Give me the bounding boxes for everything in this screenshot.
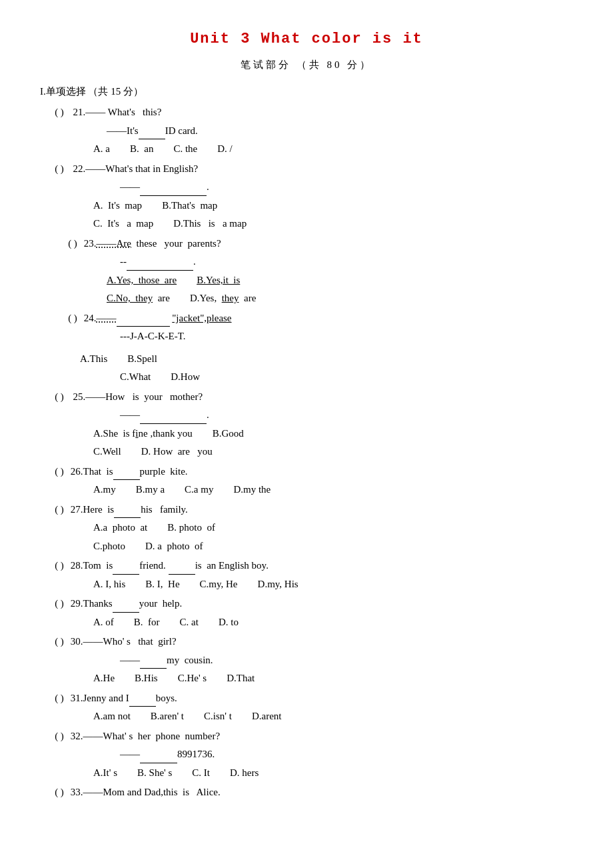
q23-optD: D.Yes, they are <box>190 290 256 307</box>
bracket-29: ( ) <box>53 595 65 613</box>
q25-optA: A.She is fine ,thank you <box>93 425 193 443</box>
q33-text: 33.——Mom and Dad,this is Alice. <box>68 784 221 801</box>
question-24: ( ) 24.—— "jacket",please ---J-A-C-K-E-T… <box>40 310 573 386</box>
question-31: ( ) 31.Jenny and Iboys. A.am not B.aren'… <box>40 690 573 725</box>
bracket-33: ( ) <box>53 784 65 801</box>
q28-optC: C.my, He <box>200 576 238 593</box>
q25-answer: ——. <box>120 407 209 424</box>
q32-optA: A.It' s <box>93 765 117 782</box>
q24-optD: D.How <box>171 369 200 386</box>
q28-optA: A. I, his <box>93 576 125 593</box>
bracket-31: ( ) <box>53 690 65 707</box>
question-28: ( ) 28.Tom isfriend. is an English boy. … <box>40 557 573 593</box>
q29-text: 29.Thanksyour help. <box>68 595 182 613</box>
q21-text: 21.—— What's this? <box>68 104 161 121</box>
bracket-22: ( ) <box>53 161 65 178</box>
q29-optC: C. at <box>180 614 199 631</box>
q26-optC: C.a my <box>185 481 213 499</box>
q27-optD: D. a photo of <box>145 538 203 555</box>
q23-answer: --. <box>120 253 196 271</box>
q22-optD: D.This is a map <box>173 215 247 233</box>
q21-optC: C. the <box>173 141 197 158</box>
q23-optC: C.No, they are <box>107 290 170 307</box>
q31-optC: C.isn' t <box>204 708 232 725</box>
q30-optA: A.He <box>93 670 115 687</box>
q29-optA: A. of <box>93 614 114 631</box>
q27-optC: C.photo <box>93 538 125 555</box>
q32-optB: B. She' s <box>137 765 172 782</box>
q30-optB: B.His <box>135 670 158 687</box>
bracket-27: ( ) <box>53 501 65 519</box>
q31-optA: A.am not <box>93 708 131 725</box>
q26-optD: D.my the <box>233 481 271 499</box>
q27-optB: B. photo of <box>167 519 215 537</box>
q25-optD: D. How are you <box>141 443 213 461</box>
question-32: ( ) 32.——What' s her phone number? ——899… <box>40 728 573 782</box>
question-29: ( ) 29.Thanksyour help. A. of B. for C. … <box>40 595 573 631</box>
question-26: ( ) 26.That ispurple kite. A.my B.my a C… <box>40 463 573 499</box>
subtitle: 笔试部分 （共 80 分） <box>40 57 573 74</box>
q26-optB: B.my a <box>136 481 165 499</box>
q27-text: 27.Here ishis family. <box>68 501 188 519</box>
question-27: ( ) 27.Here ishis family. A.a photo at B… <box>40 501 573 555</box>
question-21: ( ) 21.—— What's this? ——It'sID card. A.… <box>40 104 573 158</box>
bracket-21: ( ) <box>53 104 65 121</box>
question-25: ( ) 25.——How is your mother? ——. A.She i… <box>40 389 573 461</box>
bracket-30: ( ) <box>53 633 65 651</box>
q30-optD: D.That <box>227 670 255 687</box>
question-22: ( ) 22.——What's that in English? ——. A. … <box>40 161 573 233</box>
q30-optC: C.He' s <box>178 670 207 687</box>
q29-optD: D. to <box>219 614 239 631</box>
question-23: ( ) 23.——Are these your parents? --. A.Y… <box>40 235 573 307</box>
q21-optD: D. / <box>217 141 233 158</box>
q24-optB: B.Spell <box>127 351 157 368</box>
q32-optD: D. hers <box>230 765 259 782</box>
page-title: Unit 3 What color is it <box>40 27 573 51</box>
q21-optB: B. an <box>130 141 153 158</box>
q25-text: 25.——How is your mother? <box>68 389 203 406</box>
q23-text: 23.——Are these your parents? <box>81 235 221 253</box>
q30-text: 30.——Who' s that girl? <box>68 633 177 651</box>
bracket-32: ( ) <box>53 728 65 745</box>
q28-optB: B. I, He <box>145 576 179 593</box>
q23-optB: B.Yes,it is <box>197 272 240 289</box>
q27-optA: A.a photo at <box>93 519 147 537</box>
q31-optB: B.aren' t <box>151 708 184 725</box>
q24-optC: C.What <box>120 369 151 386</box>
section1-title: I.单项选择 （共 15 分） <box>40 83 573 101</box>
q30-answer: ——my cousin. <box>120 652 213 669</box>
question-30: ( ) 30.——Who' s that girl? ——my cousin. … <box>40 633 573 687</box>
q28-text: 28.Tom isfriend. is an English boy. <box>68 557 269 575</box>
q32-answer: ——8991736. <box>120 746 215 763</box>
q22-optA: A. It's map <box>93 197 142 215</box>
bracket-25: ( ) <box>53 389 65 406</box>
q25-optB: B.Good <box>213 425 244 443</box>
bracket-28: ( ) <box>53 557 65 575</box>
q24-text: 24.—— "jacket",please <box>81 310 232 327</box>
q22-optC: C. It's a map <box>93 215 153 233</box>
q32-text: 32.——What' s her phone number? <box>68 728 220 745</box>
bracket-23: ( ) <box>67 235 79 253</box>
q22-optB: B.That's map <box>162 197 217 215</box>
question-33: ( ) 33.——Mom and Dad,this is Alice. <box>40 784 573 801</box>
q25-optC: C.Well <box>93 443 121 461</box>
q23-optA: A.Yes, those are <box>107 272 177 289</box>
q22-answer: ——. <box>120 179 209 196</box>
q21-optA: A. a <box>93 141 110 158</box>
q22-text: 22.——What's that in English? <box>68 161 198 178</box>
q32-optC: C. It <box>192 765 210 782</box>
q26-text: 26.That ispurple kite. <box>68 463 188 481</box>
bracket-24: ( ) <box>67 310 79 327</box>
q31-optD: D.arent <box>252 708 282 725</box>
bracket-26: ( ) <box>53 463 65 481</box>
q29-optB: B. for <box>134 614 160 631</box>
q28-optD: D.my, His <box>258 576 299 593</box>
q31-text: 31.Jenny and Iboys. <box>68 690 177 707</box>
q24-answer: ---J-A-C-K-E-T. <box>120 328 185 345</box>
q21-answer: ——It'sID card. <box>107 123 198 140</box>
q26-optA: A.my <box>93 481 116 499</box>
q24-optA: A.This <box>80 351 107 368</box>
